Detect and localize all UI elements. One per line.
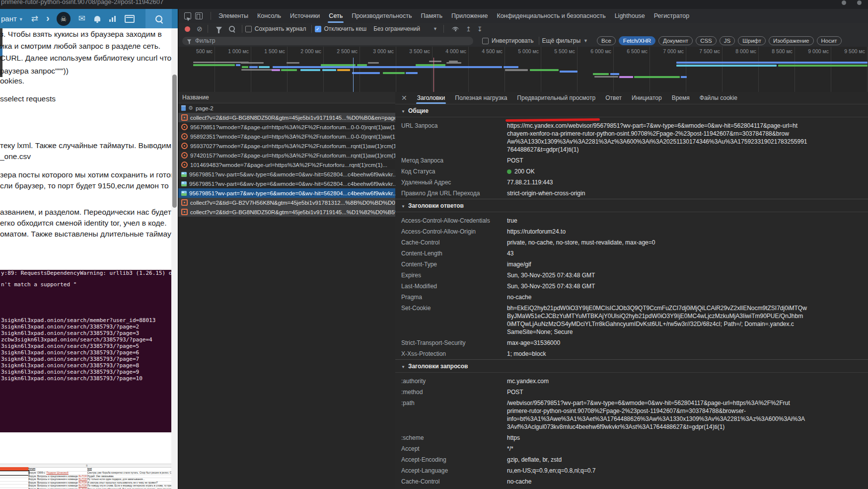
column-header-name[interactable]: Название xyxy=(178,92,395,103)
header-name: Expires xyxy=(401,271,507,279)
details-tab-время[interactable]: Время xyxy=(667,92,695,104)
section-header-general[interactable]: ▼Общие xyxy=(395,104,868,117)
details-tab-предварительный-просмотр[interactable]: Предварительный просмотр xyxy=(512,92,600,104)
tab-источники[interactable]: Источники xyxy=(286,9,324,23)
network-overview-timeline[interactable]: 500 мс1 000 мс1 500 мс2 000 мс2 500 мс3 … xyxy=(178,47,868,92)
invert-checkbox[interactable] xyxy=(482,38,489,44)
tab-элементы[interactable]: Элементы xyxy=(214,9,253,23)
disable-cache-checkbox[interactable]: ✓ xyxy=(315,26,321,32)
avatar[interactable]: ☠ xyxy=(57,12,71,26)
tab-сеть[interactable]: Сеть xyxy=(324,9,347,23)
more-filters-label[interactable]: Ещё фильтры xyxy=(542,37,581,44)
request-row[interactable]: 95679851?wv-part=5&wv-type=6&wmode=0&wv-… xyxy=(178,169,395,179)
import-har-icon[interactable]: ↥ xyxy=(466,25,471,33)
forum-text-line: _one.csv xyxy=(0,152,31,161)
details-tab-заголовки[interactable]: Заголовки xyxy=(412,92,450,104)
waterfall-bar xyxy=(530,69,559,71)
filter-chip-fetch-xhr[interactable]: Fetch/XHR xyxy=(619,36,655,45)
filter-chip-js[interactable]: JS xyxy=(720,36,735,45)
inspect-element-icon[interactable] xyxy=(184,12,191,19)
timeline-tick-label: 8 000 мс xyxy=(724,48,756,54)
filter-chip-все[interactable]: Все xyxy=(597,36,616,45)
filter-chip-css[interactable]: CSS xyxy=(696,36,717,45)
request-row[interactable]: 95679851?wv-part=7&wv-type=6&wmode=0&wv-… xyxy=(178,188,395,198)
throttling-select[interactable]: Без ограничений xyxy=(373,25,420,32)
tab-память[interactable]: Память xyxy=(417,9,447,23)
page-scrollbar[interactable] xyxy=(171,28,178,489)
waterfall-bar xyxy=(241,62,264,64)
search-button[interactable] xyxy=(145,9,172,28)
tab-приложение[interactable]: Приложение xyxy=(447,9,492,23)
section-header-request_headers[interactable]: ▼Заголовки запросов xyxy=(395,359,868,373)
tab-конфиденциальность-и-безопасность[interactable]: Конфиденциальность и безопасность xyxy=(492,9,610,23)
header-row: Accept-Encodinggzip, deflate, br, zstd xyxy=(395,454,868,465)
header-value: strict-origin-when-cross-origin xyxy=(507,189,868,197)
search-icon[interactable] xyxy=(229,26,235,32)
timeline-gridline xyxy=(432,47,433,92)
transfer-icon[interactable]: ⇄ xyxy=(31,13,38,24)
request-row[interactable]: collect?v=2&tid=G-B2V7H56K8N&gtm=45je5bi… xyxy=(178,198,395,207)
chevron-right-icon[interactable]: › xyxy=(46,12,50,24)
timeline-gridline xyxy=(468,47,469,92)
clear-icon[interactable]: ⊘ xyxy=(197,25,203,33)
terminal-line: 3sigkn6l3xpad.onion/search/3385793/?page… xyxy=(1,324,139,330)
filter-icon[interactable] xyxy=(216,27,222,31)
timeline-tick-label: 500 мс xyxy=(181,48,213,54)
request-row[interactable]: collect?v=2&tid=G-BG8N8DZ50R&gtm=45je5bi… xyxy=(178,113,395,122)
bell-icon[interactable] xyxy=(94,16,100,21)
request-row[interactable]: collect?v=2&tid=G-BG8N8DZ50R&gtm=45je5bi… xyxy=(178,207,395,217)
preserve-log-checkbox[interactable] xyxy=(245,26,252,32)
timeline-tick-label: 1 500 мс xyxy=(253,48,285,54)
request-list-panel: Название ⚙page-2collect?v=2&tid=G-BG8N8D… xyxy=(178,92,396,489)
wallet-icon[interactable] xyxy=(125,15,135,23)
section-header-response_headers[interactable]: ▼Заголовки ответов xyxy=(395,199,868,212)
request-row[interactable]: 95937027?wmode=7&page-url=https%3A%2F%2F… xyxy=(178,141,395,151)
mail-icon[interactable]: ✉ xyxy=(78,13,85,24)
details-tab-полезная-нагрузка[interactable]: Полезная нагрузка xyxy=(450,92,512,104)
record-button[interactable] xyxy=(185,26,190,32)
devtools-panel: ЭлементыКонсольИсточникиСетьПроизводител… xyxy=(178,9,868,489)
request-row[interactable]: 97420157?wmode=7&page-url=https%3A%2F%2F… xyxy=(178,151,395,160)
tab-консоль[interactable]: Консоль xyxy=(253,9,286,23)
tab-производительность[interactable]: Производительность xyxy=(347,9,416,23)
filter-chip-шрифт[interactable]: Шрифт xyxy=(738,36,766,45)
nav-dropdown[interactable]: рант xyxy=(1,14,17,23)
header-row: Pragmano-cache xyxy=(395,292,868,303)
extension-icon[interactable] xyxy=(842,0,846,5)
tab-регистратор[interactable]: Регистратор xyxy=(650,9,694,23)
page-title: primere-rutor-python-osint.90708/page-2#… xyxy=(1,0,163,6)
sheet-header: forum xyxy=(28,467,35,470)
scrollbar-thumb[interactable] xyxy=(172,75,177,208)
waterfall-bar xyxy=(676,62,868,64)
details-tab-файлы-cookie[interactable]: Файлы cookie xyxy=(695,92,742,104)
export-har-icon[interactable]: ↧ xyxy=(477,25,483,33)
header-value: ru,en-US;q=0.9,en;q=0.8,nl;q=0.7 xyxy=(507,467,868,475)
menu-icon[interactable] xyxy=(857,0,862,5)
header-value: */* xyxy=(507,445,868,453)
details-tab-ответ[interactable]: Ответ xyxy=(600,92,627,104)
ping-icon xyxy=(181,133,188,140)
request-row[interactable]: 95679851?wv-part=6&wv-type=6&wmode=0&wv-… xyxy=(178,179,395,188)
forum-text-line: сли браузер, то порт будет 9150,если дем… xyxy=(0,181,169,190)
request-row[interactable]: 95892351?wmode=7&page-url=https%3A%2F%2F… xyxy=(178,132,395,141)
filter-chip-изображение[interactable]: Изображение xyxy=(769,36,813,45)
request-row[interactable]: ⚙page-2 xyxy=(178,103,395,113)
close-icon[interactable]: ✕ xyxy=(395,94,412,102)
filter-chip-документ[interactable]: Документ xyxy=(658,36,693,45)
header-value: no-cache xyxy=(507,478,868,486)
waterfall-bar xyxy=(560,71,578,73)
request-row[interactable]: 95679851?wmode=7&page-url=https%3A%2F%2F… xyxy=(178,122,395,132)
chart-icon[interactable] xyxy=(109,16,117,22)
filter-input[interactable]: Фильтр xyxy=(182,37,473,45)
details-tab-инициатор[interactable]: Инициатор xyxy=(627,92,667,104)
header-value: image/gif xyxy=(507,260,868,268)
header-value: POST xyxy=(507,157,868,164)
header-value: private, no-cache, no-store, must-revali… xyxy=(507,239,868,246)
filter-chip-носит[interactable]: Носит xyxy=(817,36,842,45)
device-toolbar-icon[interactable] xyxy=(195,12,203,19)
ping-icon xyxy=(181,124,188,130)
tab-lighthouse[interactable]: Lighthouse xyxy=(610,9,650,23)
request-row[interactable]: 101469483?wmode=7&page-url=https%3A%2F%2… xyxy=(178,160,395,169)
network-conditions-icon[interactable] xyxy=(452,27,460,31)
request-name: collect?v=2&tid=G-B2V7H56K8N&gtm=45je5bi… xyxy=(190,200,395,206)
